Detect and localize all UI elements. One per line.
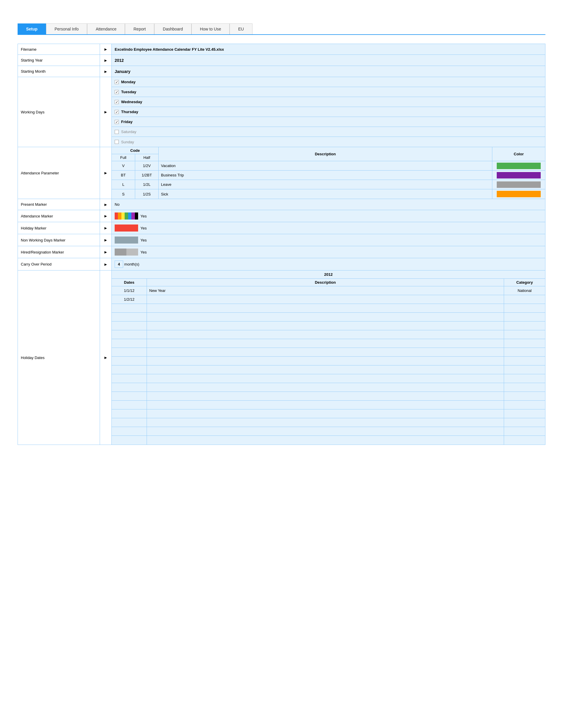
holiday-cat-cell[interactable] [504,365,545,374]
holiday-date-row[interactable] [112,330,545,339]
tab-attendance[interactable]: Attendance [87,23,125,34]
holiday-date-cell[interactable] [112,401,147,409]
holiday-cat-cell[interactable] [504,383,545,392]
tab-how-to-use[interactable]: How to Use [191,23,229,34]
working-day-checkbox[interactable] [115,80,119,84]
holiday-date-cell[interactable] [112,392,147,400]
holiday-cat-cell[interactable] [504,339,545,348]
holiday-cat-cell[interactable] [504,374,545,383]
holiday-date-cell[interactable] [112,383,147,392]
holiday-date-cell[interactable] [112,409,147,418]
holiday-date-cell[interactable] [112,330,147,339]
holiday-date-row[interactable]: 1/1/12New YearNational [112,286,545,295]
holiday-date-row[interactable] [112,304,545,313]
holiday-date-cell[interactable] [112,357,147,365]
holiday-desc-cell[interactable] [147,295,504,304]
carry-over-value[interactable]: 4 month(s) [112,258,545,270]
holiday-date-row[interactable] [112,322,545,330]
holiday-date-row[interactable]: 1/2/12 [112,295,545,304]
holiday-date-row[interactable] [112,348,545,357]
holiday-date-cell[interactable] [112,418,147,427]
holiday-date-cell[interactable] [112,339,147,348]
holiday-date-cell[interactable] [112,313,147,321]
working-day-checkbox[interactable] [115,130,119,134]
holiday-date-cell[interactable]: 1/2/12 [112,295,147,304]
working-day-item[interactable]: Monday [112,77,545,87]
tab-dashboard[interactable]: Dashboard [154,23,191,34]
holiday-desc-cell[interactable] [147,401,504,409]
holiday-desc-cell[interactable] [147,330,504,339]
holiday-cat-cell[interactable] [504,322,545,330]
holiday-desc-cell[interactable] [147,348,504,356]
holiday-date-row[interactable] [112,401,545,409]
holiday-cat-cell[interactable] [504,357,545,365]
working-day-checkbox[interactable] [115,90,119,94]
holiday-date-row[interactable] [112,374,545,383]
holiday-date-row[interactable] [112,436,545,445]
holiday-cat-cell[interactable] [504,392,545,400]
holiday-desc-cell[interactable] [147,418,504,427]
holiday-desc-cell[interactable] [147,357,504,365]
holiday-cat-cell[interactable] [504,295,545,304]
holiday-cat-cell[interactable] [504,401,545,409]
holiday-date-cell[interactable] [112,374,147,383]
working-day-checkbox[interactable] [115,100,119,104]
working-day-item[interactable]: Sunday [112,137,545,147]
holiday-desc-cell[interactable] [147,436,504,445]
holiday-cat-cell[interactable] [504,418,545,427]
holiday-date-row[interactable] [112,365,545,374]
holiday-desc-cell[interactable] [147,374,504,383]
holiday-date-row[interactable] [112,418,545,427]
holiday-date-cell[interactable] [112,304,147,312]
holiday-date-cell[interactable] [112,427,147,436]
holiday-date-cell[interactable] [112,365,147,374]
starting-month-value[interactable]: January [112,66,545,77]
working-day-item[interactable]: Thursday [112,107,545,117]
holiday-cat-cell[interactable] [504,436,545,445]
holiday-date-row[interactable] [112,339,545,348]
holiday-date-row[interactable] [112,427,545,436]
tab-eu[interactable]: EU [229,23,252,34]
holiday-cat-cell[interactable] [504,427,545,436]
holiday-date-cell[interactable]: 1/1/12 [112,286,147,295]
present-marker-value[interactable]: No [112,199,545,210]
tab-setup[interactable]: Setup [18,23,46,34]
working-day-item[interactable]: Wednesday [112,97,545,107]
holiday-desc-cell[interactable] [147,339,504,348]
starting-year-value[interactable]: 2012 [112,55,545,66]
holiday-desc-cell[interactable] [147,322,504,330]
holiday-date-row[interactable] [112,383,545,392]
hired-resignation-value[interactable]: Yes [112,246,545,258]
working-day-item[interactable]: Saturday [112,127,545,137]
holiday-desc-cell[interactable] [147,427,504,436]
tab-report[interactable]: Report [125,23,154,34]
holiday-marker-value[interactable]: Yes [112,222,545,234]
holiday-cat-cell[interactable] [504,330,545,339]
holiday-cat-cell[interactable] [504,409,545,418]
non-working-days-value[interactable]: Yes [112,234,545,246]
holiday-cat-cell[interactable] [504,348,545,356]
holiday-cat-cell[interactable] [504,313,545,321]
holiday-desc-cell[interactable] [147,383,504,392]
working-day-item[interactable]: Tuesday [112,87,545,97]
holiday-date-row[interactable] [112,409,545,418]
holiday-desc-cell[interactable] [147,392,504,400]
working-day-checkbox[interactable] [115,110,119,114]
holiday-desc-cell[interactable] [147,313,504,321]
attendance-marker-value[interactable]: Yes [112,210,545,222]
working-day-checkbox[interactable] [115,140,119,144]
holiday-date-row[interactable] [112,357,545,365]
tab-personal-info[interactable]: Personal Info [46,23,87,34]
holiday-date-row[interactable] [112,392,545,401]
holiday-desc-cell[interactable] [147,409,504,418]
working-day-checkbox[interactable] [115,120,119,124]
holiday-date-cell[interactable] [112,348,147,356]
working-day-item[interactable]: Friday [112,117,545,127]
holiday-desc-cell[interactable] [147,304,504,312]
holiday-date-cell[interactable] [112,436,147,445]
holiday-date-row[interactable] [112,313,545,322]
holiday-cat-cell[interactable] [504,304,545,312]
holiday-cat-cell[interactable]: National [504,286,545,295]
holiday-date-cell[interactable] [112,322,147,330]
holiday-desc-cell[interactable]: New Year [147,286,504,295]
